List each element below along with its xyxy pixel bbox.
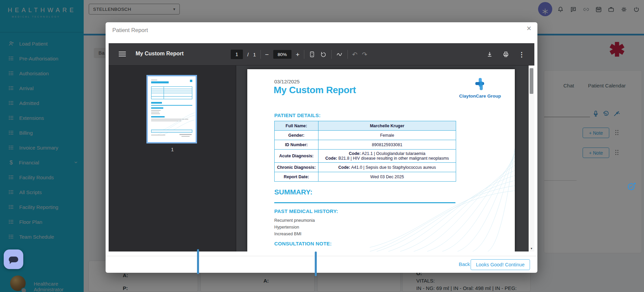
table-row: ID Number: 8908125933081 xyxy=(275,140,456,150)
row-value: Code: A21.1 | Oculoglandular tularaemia … xyxy=(318,150,456,162)
chat-bubble-icon xyxy=(9,257,18,262)
close-icon[interactable]: × xyxy=(527,24,531,32)
pmh-item: Recurrent pneumonia xyxy=(274,218,315,223)
row-label: Gender: xyxy=(275,131,318,140)
row-value: Female xyxy=(318,131,456,140)
summary-heading: SUMMARY: xyxy=(274,188,312,196)
pmh-item: Increased BMI xyxy=(274,232,302,236)
diagnosis-text: B21.8 | HIV disease resulting in other m… xyxy=(337,156,449,161)
zoom-in-button[interactable]: + xyxy=(296,51,300,58)
page-total: 1 xyxy=(253,52,256,57)
patient-details-heading: PATIENT DETAILS: xyxy=(274,112,320,118)
page-separator: / xyxy=(247,52,249,57)
row-value: Wed 03 Dec 2025 xyxy=(318,172,456,181)
doc-title: My Custom Report xyxy=(274,85,356,96)
pdf-viewer: My Custom Report / 1 − 80% + xyxy=(109,43,534,251)
page-number-input[interactable] xyxy=(231,50,243,59)
row-label: Chronic Diagnosis: xyxy=(275,163,318,172)
download-icon[interactable] xyxy=(486,51,493,58)
toolbar-divider xyxy=(304,50,304,59)
consultation-note-heading: CONSULTATION NOTE: xyxy=(274,241,332,246)
row-value: 8908125933081 xyxy=(318,140,456,149)
claytoncare-cross-icon xyxy=(473,77,487,91)
patient-details-table: Full Name: Marchelle Kruger Gender: Fema… xyxy=(274,121,456,182)
toolbar-divider xyxy=(331,50,332,59)
ink-annotate-icon[interactable] xyxy=(336,51,343,58)
code-label: Code: xyxy=(325,156,337,161)
chat-fab-button[interactable] xyxy=(4,249,23,269)
sidebar-toggle-icon[interactable] xyxy=(119,52,126,58)
zoom-level[interactable]: 80% xyxy=(273,50,291,59)
pdf-toolbar-center: / 1 − 80% + xyxy=(231,43,367,65)
more-options-icon[interactable] xyxy=(519,51,525,58)
column-scrollbar[interactable] xyxy=(315,251,317,276)
redo-icon[interactable] xyxy=(362,51,367,58)
app-root: STELLENBOSCH xyxy=(0,0,644,292)
modal-title: Patient Report xyxy=(112,27,148,33)
thumbnail-page-number: 1 xyxy=(109,147,236,152)
table-row: Acute Diagnosis: Code: A21.1 | Oculoglan… xyxy=(275,150,456,163)
zoom-value: 80% xyxy=(278,52,287,57)
doc-date: 03/12/2025 xyxy=(274,79,300,84)
print-icon[interactable] xyxy=(502,51,509,58)
toolbar-divider xyxy=(260,50,261,59)
table-row: Full Name: Marchelle Kruger xyxy=(275,121,456,131)
pdf-thumbnail-panel: 1 xyxy=(109,65,236,251)
row-value: Marchelle Kruger xyxy=(318,121,456,130)
pdf-toolbar: My Custom Report / 1 − 80% + xyxy=(109,43,534,65)
continue-button[interactable]: Looks Good! Continue xyxy=(471,259,530,270)
zoom-out-button[interactable]: − xyxy=(265,51,269,58)
code-label: Code: xyxy=(338,165,350,170)
diagnosis-text: A21.1 | Oculoglandular tularaemia xyxy=(361,151,425,156)
claytoncare-logo-text: ClaytonCare Group xyxy=(451,94,509,99)
scroll-down-icon[interactable] xyxy=(529,246,534,251)
back-button[interactable]: Back xyxy=(459,261,470,267)
row-label: Acute Diagnosis: xyxy=(275,150,318,162)
pmh-item: Hypertension xyxy=(274,225,299,230)
claytoncare-logo: ClaytonCare Group xyxy=(451,77,509,99)
row-label: Report Date: xyxy=(275,172,318,181)
code-label: Code: xyxy=(349,151,361,156)
row-label: Full Name: xyxy=(275,121,318,130)
continue-button-label: Looks Good! Continue xyxy=(476,262,525,267)
column-scrollbar[interactable] xyxy=(197,249,199,274)
toolbar-divider xyxy=(347,50,348,59)
pdf-scrollbar-thumb[interactable] xyxy=(530,68,533,94)
page-thumbnail[interactable] xyxy=(146,75,197,143)
rotate-icon[interactable] xyxy=(320,51,327,58)
pdf-document-title: My Custom Report xyxy=(136,51,184,57)
table-row: Chronic Diagnosis: Code: A41.0 | Sepsis … xyxy=(275,163,456,172)
undo-icon[interactable] xyxy=(352,51,358,58)
pdf-scrollbar[interactable] xyxy=(529,65,534,251)
summary-divider xyxy=(274,202,455,203)
past-medical-history-heading: PAST MEDICAL HISTORY: xyxy=(274,208,338,214)
patient-report-modal: Patient Report × My Custom Report / 1 − … xyxy=(106,22,537,273)
table-row: Report Date: Wed 03 Dec 2025 xyxy=(275,172,456,181)
pdf-page: 03/12/2025 My Custom Report ClaytonCare … xyxy=(247,69,515,251)
fit-page-icon[interactable] xyxy=(309,51,315,58)
row-value: Code: A41.0 | Sepsis due to Staphylococc… xyxy=(318,163,456,172)
modal-footer: Back Looks Good! Continue xyxy=(106,256,537,273)
diagnosis-text: A41.0 | Sepsis due to Staphylococcus aur… xyxy=(350,165,436,170)
table-row: Gender: Female xyxy=(275,131,456,140)
task-check-icon[interactable] xyxy=(627,182,636,191)
pdf-toolbar-right xyxy=(486,43,525,65)
row-label: ID Number: xyxy=(275,140,318,149)
